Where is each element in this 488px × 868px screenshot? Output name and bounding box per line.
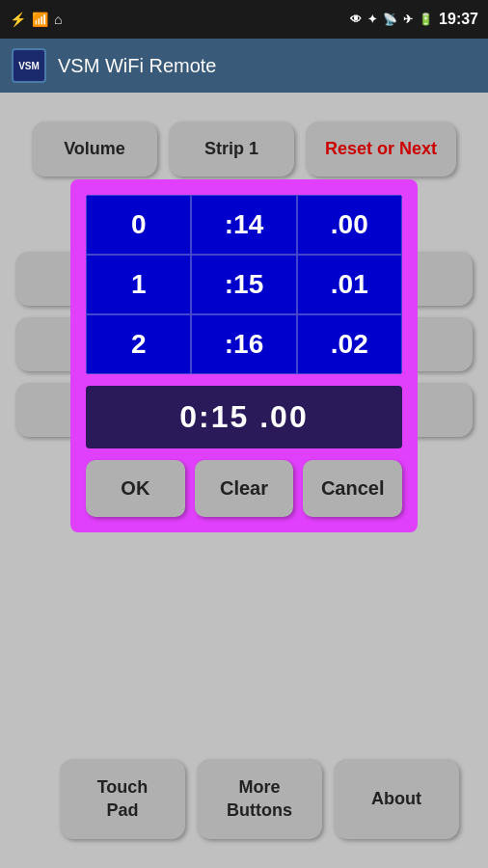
volume-button[interactable]: Volume bbox=[32, 122, 157, 176]
picker-cell-m16[interactable]: :16 bbox=[191, 314, 296, 374]
time-display: 19:37 bbox=[439, 11, 478, 28]
status-icons-left: ⚡ 📶 ⌂ bbox=[10, 12, 62, 27]
about-button[interactable]: About bbox=[334, 759, 459, 839]
strip1-button[interactable]: Strip 1 bbox=[169, 122, 294, 176]
picker-modal[interactable]: 0 1 2 :14 :15 :16 .00 .01 .02 bbox=[70, 179, 418, 532]
picker-cell-c01[interactable]: .01 bbox=[297, 255, 402, 314]
picker-rows: 0 1 2 :14 :15 :16 .00 .01 .02 bbox=[86, 195, 402, 374]
signal-icon: 📡 bbox=[383, 13, 397, 26]
touchpad-button[interactable]: Touch Pad bbox=[60, 759, 185, 839]
home-icon: ⌂ bbox=[54, 12, 62, 27]
picker-cell-h1[interactable]: 1 bbox=[86, 255, 191, 314]
bluetooth-icon: ✦ bbox=[367, 13, 377, 26]
picker-cell-m15[interactable]: :15 bbox=[191, 255, 296, 314]
vsm-logo: VSM bbox=[12, 48, 46, 83]
picker-col-minutes: :14 :15 :16 bbox=[191, 195, 296, 374]
status-bar: ⚡ 📶 ⌂ 👁 ✦ 📡 ✈ 🔋 19:37 bbox=[0, 0, 488, 39]
wifi-icon: 📶 bbox=[32, 12, 48, 27]
picker-col-hundredths: .00 .01 .02 bbox=[297, 195, 402, 374]
picker-col-hours: 0 1 2 bbox=[86, 195, 191, 374]
bottom-buttons-row: Touch Pad More Buttons About bbox=[15, 759, 488, 839]
eye-icon: 👁 bbox=[350, 13, 362, 26]
picker-cell-c00[interactable]: .00 bbox=[297, 195, 402, 255]
app-bar: VSM VSM WiFi Remote bbox=[0, 39, 488, 93]
cancel-button[interactable]: Cancel bbox=[303, 460, 402, 517]
picker-cell-h0[interactable]: 0 bbox=[86, 195, 191, 255]
usb-icon: ⚡ bbox=[10, 12, 26, 27]
ok-button[interactable]: OK bbox=[86, 460, 185, 517]
picker-cell-h2[interactable]: 2 bbox=[86, 314, 191, 374]
top-buttons-row: Volume Strip 1 Reset or Next bbox=[15, 122, 473, 176]
modal-overlay: 0 1 2 :14 :15 :16 .00 .01 .02 bbox=[0, 93, 488, 868]
battery-icon: 🔋 bbox=[419, 13, 433, 26]
more-buttons-button[interactable]: More Buttons bbox=[197, 759, 322, 839]
modal-action-buttons: OK Clear Cancel bbox=[86, 460, 402, 517]
reset-or-next-button[interactable]: Reset or Next bbox=[306, 122, 456, 176]
main-content: Volume Strip 1 Reset or Next VSM C Touch… bbox=[0, 93, 488, 868]
app-title: VSM WiFi Remote bbox=[58, 55, 216, 77]
status-icons-right: 👁 ✦ 📡 ✈ 🔋 19:37 bbox=[350, 11, 478, 28]
picker-cell-c02[interactable]: .02 bbox=[297, 314, 402, 374]
time-picker[interactable]: 0 1 2 :14 :15 :16 .00 .01 .02 bbox=[86, 195, 402, 374]
airplane-icon: ✈ bbox=[403, 13, 413, 26]
picker-cell-m14[interactable]: :14 bbox=[191, 195, 296, 255]
selected-time-display: 0:15 .00 bbox=[86, 386, 402, 448]
clear-button[interactable]: Clear bbox=[195, 460, 294, 517]
